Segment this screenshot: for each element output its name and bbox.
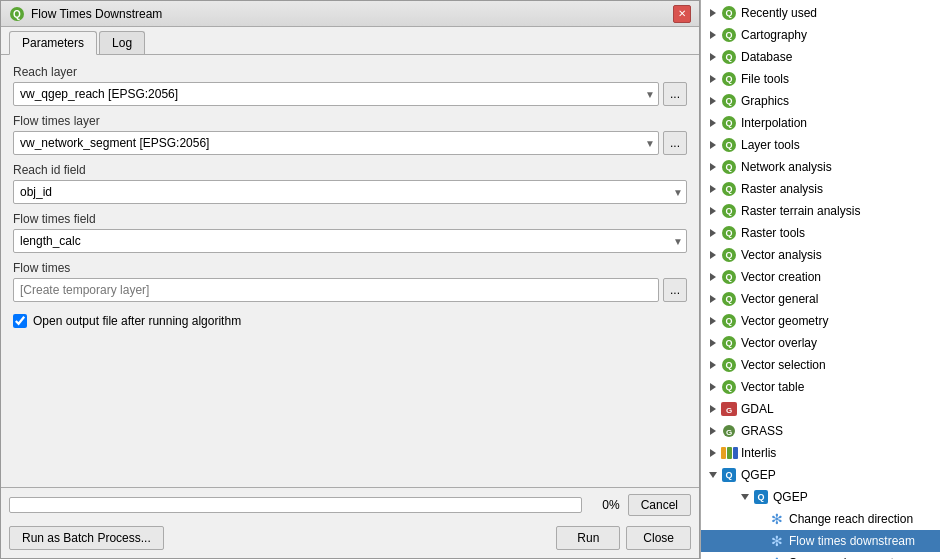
sidebar-item-layer-tools[interactable]: Q Layer tools bbox=[701, 134, 940, 156]
label-vector-creation: Vector creation bbox=[741, 270, 821, 284]
sidebar-item-qgep-root[interactable]: Q QGEP bbox=[701, 464, 940, 486]
reach-layer-select[interactable]: vw_qgep_reach [EPSG:2056] bbox=[13, 82, 659, 106]
q-icon-vector-table: Q bbox=[721, 379, 737, 395]
gear-snap-reach-icon: ✻ bbox=[769, 555, 785, 559]
expand-file-tools bbox=[705, 71, 721, 87]
sidebar-item-graphics[interactable]: Q Graphics bbox=[701, 90, 940, 112]
q-icon-raster-tools: Q bbox=[721, 225, 737, 241]
sidebar-item-vector-general[interactable]: Q Vector general bbox=[701, 288, 940, 310]
run-button[interactable]: Run bbox=[556, 526, 620, 550]
sidebar-item-flow-times[interactable]: ✻ Flow times downstream bbox=[701, 530, 940, 552]
flow-times-field-group: Flow times field length_calc ▼ bbox=[13, 212, 687, 253]
expand-vector-creation bbox=[705, 269, 721, 285]
expand-layer-tools bbox=[705, 137, 721, 153]
reach-layer-group: Reach layer vw_qgep_reach [EPSG:2056] ▼ … bbox=[13, 65, 687, 106]
progress-percentage: 0% bbox=[590, 498, 620, 512]
flow-times-layer-row: vw_network_segment [EPSG:2056] ▼ ... bbox=[13, 131, 687, 155]
flow-times-output-row: ... bbox=[13, 278, 687, 302]
sidebar-item-vector-table[interactable]: Q Vector table bbox=[701, 376, 940, 398]
q-icon-vector-creation: Q bbox=[721, 269, 737, 285]
gdal-icon: G bbox=[721, 401, 737, 417]
sidebar-item-change-reach[interactable]: ✻ Change reach direction bbox=[701, 508, 940, 530]
q-icon-raster-terrain: Q bbox=[721, 203, 737, 219]
label-interpolation: Interpolation bbox=[741, 116, 807, 130]
close-dialog-button[interactable]: Close bbox=[626, 526, 691, 550]
sidebar-item-file-tools[interactable]: Q File tools bbox=[701, 68, 940, 90]
flow-times-output-label: Flow times bbox=[13, 261, 687, 275]
expand-recently-used bbox=[705, 5, 721, 21]
label-cartography: Cartography bbox=[741, 28, 807, 42]
expand-raster-terrain bbox=[705, 203, 721, 219]
sidebar-item-gdal[interactable]: G GDAL bbox=[701, 398, 940, 420]
reach-id-field-group: Reach id field obj_id ▼ bbox=[13, 163, 687, 204]
label-file-tools: File tools bbox=[741, 72, 789, 86]
dialog-icon: Q bbox=[9, 6, 25, 22]
label-recently-used: Recently used bbox=[741, 6, 817, 20]
flow-times-field-select-wrapper: length_calc ▼ bbox=[13, 229, 687, 253]
sidebar-item-interpolation[interactable]: Q Interpolation bbox=[701, 112, 940, 134]
q-icon-layer-tools: Q bbox=[721, 137, 737, 153]
dialog-bottom-bar: 0% Cancel Run as Batch Process... Run Cl… bbox=[1, 487, 699, 558]
sidebar-item-cartography[interactable]: Q Cartography bbox=[701, 24, 940, 46]
q-icon-cartography: Q bbox=[721, 27, 737, 43]
open-output-checkbox[interactable] bbox=[13, 314, 27, 328]
sidebar-item-vector-creation[interactable]: Q Vector creation bbox=[701, 266, 940, 288]
flow-times-output-browse-button[interactable]: ... bbox=[663, 278, 687, 302]
sidebar-item-snap-reach[interactable]: ✻ Snap reach geometry bbox=[701, 552, 940, 559]
label-raster-terrain: Raster terrain analysis bbox=[741, 204, 860, 218]
label-qgep-sub: QGEP bbox=[773, 490, 808, 504]
sidebar-item-network-analysis[interactable]: Q Network analysis bbox=[701, 156, 940, 178]
sidebar-item-raster-tools[interactable]: Q Raster tools bbox=[701, 222, 940, 244]
algorithm-tree-sidebar: Q Recently used Q Cartography Q Database… bbox=[700, 0, 940, 559]
sidebar-item-vector-overlay[interactable]: Q Vector overlay bbox=[701, 332, 940, 354]
expand-database bbox=[705, 49, 721, 65]
sidebar-item-recently-used[interactable]: Q Recently used bbox=[701, 2, 940, 24]
sidebar-item-grass[interactable]: G GRASS bbox=[701, 420, 940, 442]
expand-raster-analysis bbox=[705, 181, 721, 197]
expand-vector-table bbox=[705, 379, 721, 395]
sidebar-item-interlis[interactable]: Interlis bbox=[701, 442, 940, 464]
label-vector-table: Vector table bbox=[741, 380, 804, 394]
main-dialog: Q Flow Times Downstream ✕ Parameters Log… bbox=[0, 0, 700, 559]
progress-bar-container bbox=[9, 497, 582, 513]
sidebar-item-vector-geometry[interactable]: Q Vector geometry bbox=[701, 310, 940, 332]
reach-layer-browse-button[interactable]: ... bbox=[663, 82, 687, 106]
q-icon-vector-geometry: Q bbox=[721, 313, 737, 329]
close-icon[interactable]: ✕ bbox=[673, 5, 691, 23]
sidebar-item-database[interactable]: Q Database bbox=[701, 46, 940, 68]
flow-times-field-select[interactable]: length_calc bbox=[13, 229, 687, 253]
q-icon-vector-general: Q bbox=[721, 291, 737, 307]
tab-bar: Parameters Log bbox=[1, 27, 699, 55]
svg-text:Q: Q bbox=[13, 9, 21, 20]
label-vector-selection: Vector selection bbox=[741, 358, 826, 372]
sidebar-item-raster-terrain[interactable]: Q Raster terrain analysis bbox=[701, 200, 940, 222]
tab-parameters[interactable]: Parameters bbox=[9, 31, 97, 55]
label-vector-analysis: Vector analysis bbox=[741, 248, 822, 262]
tab-log[interactable]: Log bbox=[99, 31, 145, 54]
reach-id-field-select[interactable]: obj_id bbox=[13, 180, 687, 204]
label-grass: GRASS bbox=[741, 424, 783, 438]
cancel-button[interactable]: Cancel bbox=[628, 494, 691, 516]
sidebar-item-qgep-sub[interactable]: Q QGEP bbox=[701, 486, 940, 508]
flow-times-output-input[interactable] bbox=[13, 278, 659, 302]
q-icon-vector-selection: Q bbox=[721, 357, 737, 373]
sidebar-item-raster-analysis[interactable]: Q Raster analysis bbox=[701, 178, 940, 200]
expand-change-reach bbox=[753, 511, 769, 527]
action-row: Run as Batch Process... Run Close bbox=[1, 522, 699, 558]
reach-id-field-select-wrapper: obj_id ▼ bbox=[13, 180, 687, 204]
sidebar-item-vector-selection[interactable]: Q Vector selection bbox=[701, 354, 940, 376]
flow-times-layer-select[interactable]: vw_network_segment [EPSG:2056] bbox=[13, 131, 659, 155]
label-raster-analysis: Raster analysis bbox=[741, 182, 823, 196]
flow-times-layer-browse-button[interactable]: ... bbox=[663, 131, 687, 155]
dialog-content: Parameters Log Reach layer vw_qgep_reach… bbox=[1, 27, 699, 558]
reach-layer-row: vw_qgep_reach [EPSG:2056] ▼ ... bbox=[13, 82, 687, 106]
flow-times-field-label: Flow times field bbox=[13, 212, 687, 226]
sidebar-item-vector-analysis[interactable]: Q Vector analysis bbox=[701, 244, 940, 266]
flow-times-layer-label: Flow times layer bbox=[13, 114, 687, 128]
expand-graphics bbox=[705, 93, 721, 109]
titlebar: Q Flow Times Downstream ✕ bbox=[1, 1, 699, 27]
expand-flow-times bbox=[753, 533, 769, 549]
dialog-title-area: Q Flow Times Downstream bbox=[9, 6, 162, 22]
reach-id-field-label: Reach id field bbox=[13, 163, 687, 177]
batch-process-button[interactable]: Run as Batch Process... bbox=[9, 526, 164, 550]
